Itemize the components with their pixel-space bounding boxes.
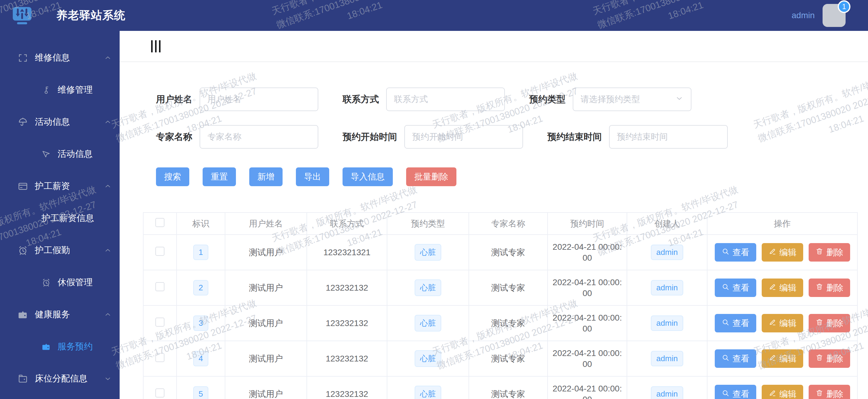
expert-name-input[interactable]	[199, 125, 318, 148]
sidebar-item-label: 维修管理	[58, 84, 93, 96]
contact-input[interactable]	[386, 88, 505, 111]
edit-button-label: 编辑	[780, 389, 797, 399]
row-checkbox[interactable]	[155, 318, 164, 327]
current-user-label[interactable]: admin	[792, 10, 815, 20]
table-row: 5测试用户123232132心脏测试专家2022-04-21 00:00:00a…	[143, 376, 858, 399]
search-button[interactable]: 搜索	[156, 167, 189, 186]
sidebar-item-caregiver-attendance[interactable]: 护工假勤	[0, 234, 120, 266]
table-row: 1测试用户1232321321心脏测试专家2022-04-21 00:00:00…	[143, 235, 858, 270]
appointment-type-tag: 心脏	[414, 350, 441, 367]
edit-button[interactable]: 编辑	[762, 278, 803, 297]
delete-button[interactable]: 删除	[809, 243, 850, 262]
time-cell: 2022-04-21 00:00:00	[548, 270, 627, 305]
select-all-checkbox[interactable]	[155, 218, 164, 227]
time-cell: 2022-04-21 00:00:00	[548, 235, 627, 270]
sidebar-item-label: 休假管理	[58, 276, 93, 289]
edit-button-label: 编辑	[780, 282, 797, 294]
sidebar-item-caregiver-salary-info[interactable]: 护工薪资信息	[0, 202, 120, 234]
field-label: 预约结束时间	[547, 131, 602, 143]
table-row: 3测试用户123232132心脏测试专家2022-04-21 00:00:00a…	[143, 305, 858, 341]
chevron-down-icon	[104, 375, 112, 383]
delete-button[interactable]: 删除	[809, 385, 850, 399]
delete-button[interactable]: 删除	[809, 278, 850, 297]
field-label: 用户姓名	[156, 93, 192, 106]
view-button[interactable]: 查看	[715, 314, 756, 332]
collapse-sidebar-button[interactable]	[151, 40, 160, 53]
delete-button[interactable]: 删除	[809, 314, 850, 332]
edit-button[interactable]: 编辑	[762, 350, 803, 368]
toolbar-buttons: 搜索重置新增导出导入信息批量删除	[156, 167, 868, 186]
add-button[interactable]: 新增	[249, 167, 283, 186]
edit-button-label: 编辑	[780, 247, 797, 258]
row-checkbox[interactable]	[155, 247, 164, 256]
chevron-up-icon	[104, 310, 112, 319]
end-time-input[interactable]	[609, 125, 728, 148]
search-icon	[721, 389, 730, 399]
sidebar-item-bed-allocation[interactable]: 床位分配信息	[0, 363, 120, 395]
sidebar-item-service-appointment[interactable]: 服务预约	[0, 331, 120, 363]
chevron-up-icon	[104, 118, 112, 126]
delete-button[interactable]: 删除	[809, 350, 850, 368]
row-checkbox[interactable]	[155, 353, 164, 362]
view-button-label: 查看	[733, 247, 750, 258]
trash-icon	[815, 354, 824, 364]
creator-cell: admin	[627, 305, 707, 341]
id-cell: 5	[177, 376, 225, 399]
reset-button[interactable]: 重置	[203, 167, 236, 186]
id-cell: 4	[177, 341, 225, 376]
column-header: 预约时间	[548, 212, 627, 235]
import-button[interactable]: 导入信息	[343, 167, 393, 186]
search-icon	[721, 247, 730, 258]
sidebar-item-health-services[interactable]: 健康服务	[0, 299, 120, 331]
creator-tag: admin	[651, 351, 683, 366]
wallet-icon	[41, 342, 51, 352]
search-icon	[721, 318, 730, 329]
batch-delete-button[interactable]: 批量删除	[406, 167, 457, 186]
view-button[interactable]: 查看	[715, 243, 756, 262]
view-button-label: 查看	[733, 353, 750, 365]
start-time-input[interactable]	[404, 125, 523, 148]
view-button[interactable]: 查看	[715, 350, 756, 368]
edit-button[interactable]: 编辑	[762, 243, 803, 262]
field-label: 专家名称	[156, 131, 192, 143]
trash-icon	[815, 318, 824, 329]
sidebar-item-activity-info[interactable]: 活动信息	[0, 106, 120, 138]
actions-cell: 查看编辑删除	[707, 341, 858, 376]
trash-icon	[815, 389, 824, 399]
user-name-input[interactable]	[199, 88, 318, 111]
view-button[interactable]: 查看	[715, 385, 756, 399]
field-start-time: 预约开始时间	[343, 125, 523, 148]
delete-button-label: 删除	[827, 389, 843, 399]
sidebar-item-leave-management[interactable]: 休假管理	[0, 266, 120, 299]
sidebar-item-caregiver-salary[interactable]: 护工薪资	[0, 170, 120, 202]
sidebar-item-label: 活动信息	[58, 148, 93, 160]
table-row: 4测试用户123232132心脏测试专家2022-04-21 00:00:00a…	[143, 341, 858, 376]
fullscreen-icon	[18, 53, 28, 63]
expert-cell: 测试专家	[469, 305, 548, 341]
avatar[interactable]: 1	[823, 4, 845, 27]
row-checkbox[interactable]	[155, 389, 164, 398]
view-button[interactable]: 查看	[715, 278, 756, 297]
sidebar-item-label: 活动信息	[35, 116, 70, 128]
edit-button[interactable]: 编辑	[762, 385, 803, 399]
filter-row-2: 专家名称预约开始时间预约结束时间	[156, 125, 868, 148]
export-button[interactable]: 导出	[296, 167, 329, 186]
sidebar-item-label: 健康服务	[35, 308, 70, 321]
pencil-icon	[768, 247, 777, 258]
user-cell: 测试用户	[225, 305, 307, 341]
delete-button-label: 删除	[827, 353, 843, 365]
actions-cell: 查看编辑删除	[707, 376, 858, 399]
appointments-table: 标识用户姓名联系方式预约类型专家名称预约时间创建人操作 1测试用户1232321…	[143, 212, 858, 399]
alarm-clock-icon	[18, 245, 28, 256]
delete-button-label: 删除	[827, 282, 843, 294]
sidebar-item-repair-info[interactable]: 维修信息	[0, 42, 120, 74]
sidebar-item-activity-info-item[interactable]: 活动信息	[0, 138, 120, 170]
field-label: 预约类型	[529, 93, 565, 106]
row-checkbox[interactable]	[155, 282, 164, 291]
sidebar-item-repair-management[interactable]: 维修管理	[0, 74, 120, 106]
appointment-type-select[interactable]: 请选择预约类型	[573, 88, 691, 111]
id-tag: 2	[193, 280, 208, 296]
appointment-type-tag: 心脏	[414, 386, 441, 399]
edit-button[interactable]: 编辑	[762, 314, 803, 332]
key-icon	[41, 86, 51, 95]
